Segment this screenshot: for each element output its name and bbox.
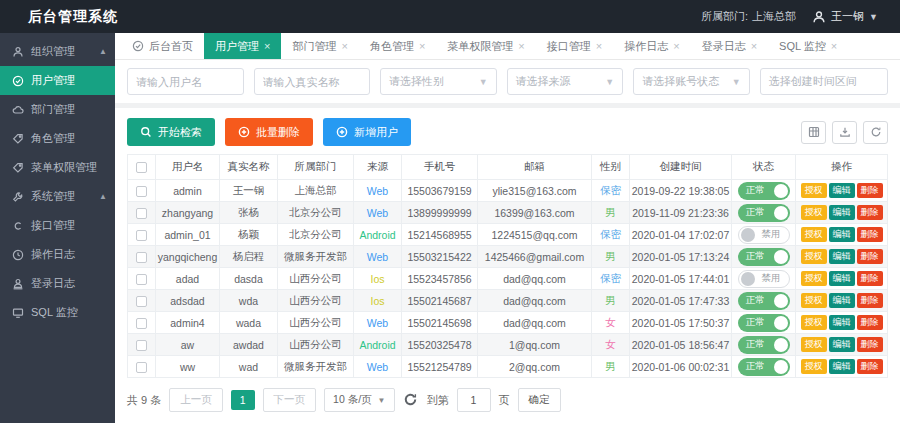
status-toggle[interactable]: 正常 [738,292,790,310]
date-range-picker[interactable]: 选择创建时间区间 [760,68,888,95]
row-checkbox[interactable] [136,186,147,197]
sidebar-item-login-log[interactable]: 登录日志 [0,269,115,298]
edit-button[interactable]: 编辑 [829,227,855,242]
sidebar-item-sql-monitor[interactable]: SQL 监控 [0,298,115,327]
prev-page-button[interactable]: 上一页 [169,388,223,412]
row-checkbox[interactable] [136,208,147,219]
status-toggle[interactable]: 禁用 [738,270,790,288]
cell-gender: 男 [592,290,630,312]
authorize-button[interactable]: 授权 [801,337,827,352]
row-checkbox[interactable] [136,296,147,307]
sidebar-item-user-management[interactable]: 用户管理 [0,66,115,95]
edit-button[interactable]: 编辑 [829,337,855,352]
columns-button[interactable] [801,121,826,144]
close-icon[interactable]: × [341,41,347,52]
close-icon[interactable]: × [518,41,524,52]
status-toggle[interactable]: 正常 [738,204,790,222]
search-button[interactable]: 开始检索 [127,118,215,146]
source-select[interactable]: 请选择来源 ▼ [507,68,624,95]
close-icon[interactable]: × [673,41,679,52]
delete-button[interactable]: 删除 [857,227,883,242]
row-checkbox[interactable] [136,318,147,329]
authorize-button[interactable]: 授权 [801,205,827,220]
tab-login-log[interactable]: 登录日志 × [691,33,768,59]
tab-operation-log[interactable]: 操作日志 × [613,33,690,59]
close-icon[interactable]: × [751,41,757,52]
authorize-button[interactable]: 授权 [801,293,827,308]
status-toggle[interactable]: 正常 [738,182,790,200]
jump-page-input[interactable] [457,388,491,412]
cell-source: Web [354,312,402,334]
column-header: 真实名称 [220,155,278,180]
cell-source: Android [354,224,402,246]
delete-button[interactable]: 删除 [857,315,883,330]
tab-interface-management[interactable]: 接口管理 × [536,33,613,59]
sidebar-item-role-management[interactable]: 角色管理 [0,124,115,153]
username-input[interactable] [136,76,235,88]
close-icon[interactable]: × [419,41,425,52]
row-checkbox[interactable] [136,340,147,351]
delete-button[interactable]: 删除 [857,249,883,264]
authorize-button[interactable]: 授权 [801,249,827,264]
refresh-button[interactable] [863,121,888,144]
export-button[interactable] [832,121,857,144]
realname-input[interactable] [263,76,362,88]
row-checkbox[interactable] [136,274,147,285]
edit-button[interactable]: 编辑 [829,205,855,220]
status-toggle[interactable]: 禁用 [738,226,790,244]
delete-button[interactable]: 删除 [857,359,883,374]
delete-button[interactable]: 删除 [857,205,883,220]
authorize-button[interactable]: 授权 [801,227,827,242]
edit-button[interactable]: 编辑 [829,183,855,198]
status-toggle[interactable]: 正常 [738,358,790,376]
page-size-select[interactable]: 10 条/页 ▼ [324,388,394,412]
confirm-button[interactable]: 确定 [518,388,561,412]
authorize-button[interactable]: 授权 [801,359,827,374]
tab-role-management[interactable]: 角色管理 × [359,33,436,59]
status-select-placeholder: 请选择账号状态 [642,74,719,89]
status-select[interactable]: 请选择账号状态 ▼ [633,68,750,95]
close-icon[interactable]: × [264,41,270,52]
reload-button[interactable] [403,392,419,408]
authorize-button[interactable]: 授权 [801,183,827,198]
tab-user-management[interactable]: 用户管理 × [204,33,281,59]
tab-department-management[interactable]: 部门管理 × [281,33,358,59]
user-menu[interactable]: 王一钢 ▼ [812,9,878,24]
row-checkbox[interactable] [136,230,147,241]
status-toggle[interactable]: 正常 [738,314,790,332]
edit-button[interactable]: 编辑 [829,271,855,286]
edit-button[interactable]: 编辑 [829,249,855,264]
tab-sql-monitor[interactable]: SQL 监控 × [768,33,848,59]
add-user-button[interactable]: 新增用户 [323,118,411,146]
delete-button[interactable]: 删除 [857,183,883,198]
delete-button[interactable]: 删除 [857,271,883,286]
cell-phone: 15521254789 [402,356,478,378]
gender-select[interactable]: 请选择性别 ▼ [380,68,497,95]
authorize-button[interactable]: 授权 [801,315,827,330]
status-toggle[interactable]: 正常 [738,336,790,354]
authorize-button[interactable]: 授权 [801,271,827,286]
sidebar-group-organization[interactable]: 组织管理 ▲ [0,37,115,66]
select-all-checkbox[interactable] [136,162,147,173]
delete-button[interactable]: 删除 [857,337,883,352]
sidebar-item-menu-permission-management[interactable]: 菜单权限管理 [0,153,115,182]
close-icon[interactable]: × [596,41,602,52]
tab-home[interactable]: 后台首页 [121,33,204,59]
delete-button[interactable]: 删除 [857,293,883,308]
sidebar-item-department-management[interactable]: 部门管理 [0,95,115,124]
next-page-button[interactable]: 下一页 [263,388,317,412]
cell-phone: 15520325478 [402,334,478,356]
batch-delete-button[interactable]: 批量删除 [225,118,313,146]
status-toggle[interactable]: 正常 [738,248,790,266]
row-checkbox[interactable] [136,252,147,263]
sidebar-item-operation-log[interactable]: 操作日志 [0,240,115,269]
edit-button[interactable]: 编辑 [829,293,855,308]
edit-button[interactable]: 编辑 [829,359,855,374]
sidebar-item-interface-management[interactable]: 接口管理 [0,211,115,240]
row-checkbox[interactable] [136,362,147,373]
tab-menu-permission-management[interactable]: 菜单权限管理 × [436,33,535,59]
close-icon[interactable]: × [831,41,837,52]
page-number-button[interactable]: 1 [231,390,255,410]
sidebar-group-system[interactable]: 系统管理 ▲ [0,182,115,211]
edit-button[interactable]: 编辑 [829,315,855,330]
